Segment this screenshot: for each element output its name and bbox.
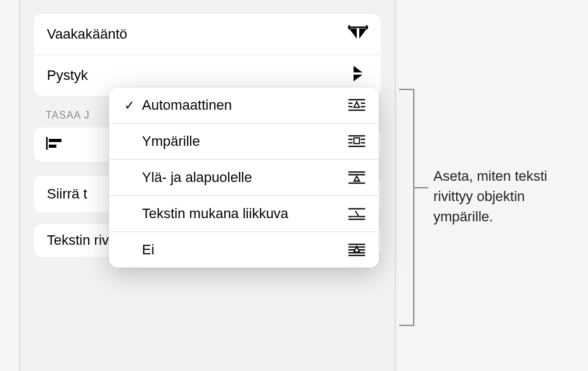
wrap-option-label: Ei xyxy=(138,242,345,258)
svg-rect-22 xyxy=(354,138,360,144)
flip-vertical-icon xyxy=(348,65,368,86)
wrap-above-below-icon xyxy=(345,171,366,185)
svg-rect-2 xyxy=(49,139,61,142)
checkmark-icon: ✓ xyxy=(120,98,138,113)
wrap-inline-icon xyxy=(345,207,366,221)
flip-horizontal-icon xyxy=(348,23,368,45)
text-wrap-popup: ✓ Automaattinen Ympärille xyxy=(109,88,379,268)
wrap-option-above-below[interactable]: Ylä- ja alapuolelle xyxy=(109,160,379,196)
wrap-around-icon xyxy=(345,134,366,148)
wrap-auto-icon xyxy=(345,98,366,112)
align-left-icon xyxy=(46,136,63,153)
flip-card: Vaakakääntö Pystyk xyxy=(34,14,381,96)
wrap-option-label: Ympärille xyxy=(138,133,345,150)
wrap-option-label: Ylä- ja alapuolelle xyxy=(138,169,345,186)
move-text-label: Siirrä t xyxy=(47,186,87,202)
wrap-option-around[interactable]: Ympärille xyxy=(109,124,379,160)
wrap-option-inline[interactable]: Tekstin mukana liikkuva xyxy=(109,196,379,232)
callout-bracket xyxy=(399,89,414,326)
wrap-option-label: Tekstin mukana liikkuva xyxy=(138,205,345,222)
flip-horizontal-row[interactable]: Vaakakääntö xyxy=(34,14,381,55)
flip-vertical-label: Pystyk xyxy=(47,67,88,84)
callout-text: Aseta, miten teksti rivittyy objektin ym… xyxy=(433,166,583,227)
wrap-option-none[interactable]: Ei xyxy=(109,232,379,268)
wrap-option-label: Automaattinen xyxy=(138,97,345,114)
help-callout: Aseta, miten teksti rivittyy objektin ym… xyxy=(399,89,583,330)
wrap-option-automatic[interactable]: ✓ Automaattinen xyxy=(109,88,379,124)
flip-horizontal-label: Vaakakääntö xyxy=(47,26,127,42)
wrap-none-icon xyxy=(345,243,366,257)
svg-rect-3 xyxy=(49,145,56,148)
callout-tick xyxy=(414,187,428,188)
